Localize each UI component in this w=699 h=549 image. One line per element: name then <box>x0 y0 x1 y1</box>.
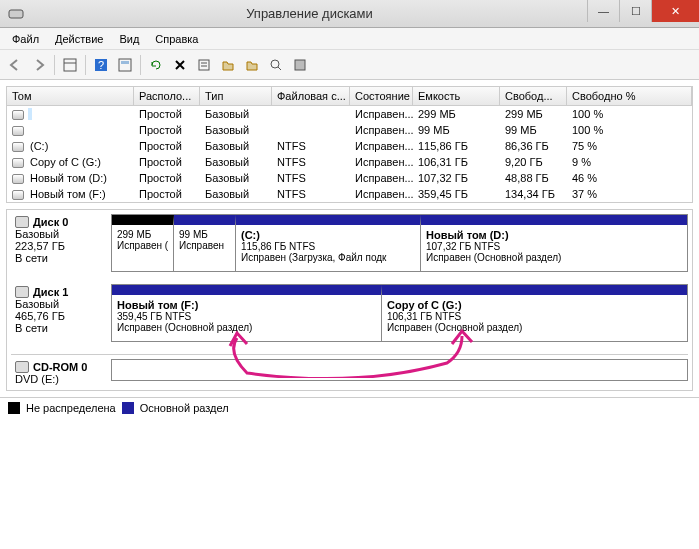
legend-primary-label: Основной раздел <box>140 402 229 414</box>
svg-rect-1 <box>64 59 76 71</box>
menu-view[interactable]: Вид <box>111 31 147 47</box>
svg-line-11 <box>278 67 281 70</box>
hdd-icon <box>15 216 29 228</box>
settings-button[interactable] <box>289 54 311 76</box>
back-button[interactable] <box>4 54 26 76</box>
view-button[interactable] <box>59 54 81 76</box>
help-button[interactable]: ? <box>90 54 112 76</box>
svg-rect-0 <box>9 10 23 18</box>
partition-1b[interactable]: Copy of C (G:) 106,31 ГБ NTFS Исправен (… <box>382 285 687 341</box>
menu-help[interactable]: Справка <box>147 31 206 47</box>
col-free[interactable]: Свобод... <box>500 87 567 105</box>
partition-0c[interactable]: (C:) 115,86 ГБ NTFS Исправен (Загрузка, … <box>236 215 421 271</box>
partition-0a[interactable]: 299 МБ Исправен (Ра <box>112 215 174 271</box>
col-capacity[interactable]: Емкость <box>413 87 500 105</box>
legend-primary-icon <box>122 402 134 414</box>
menu-file[interactable]: Файл <box>4 31 47 47</box>
svg-point-10 <box>271 60 279 68</box>
cdrom-icon <box>15 361 29 373</box>
partition-0d[interactable]: Новый том (D:) 107,32 ГБ NTFS Исправен (… <box>421 215 687 271</box>
properties-button[interactable] <box>193 54 215 76</box>
close-button[interactable]: ✕ <box>651 0 699 22</box>
disk-0-label[interactable]: Диск 0 Базовый 223,57 ГБ В сети <box>11 214 111 272</box>
disk-graphical-view: Диск 0 Базовый 223,57 ГБ В сети 299 МБ И… <box>6 209 693 391</box>
partition-1a[interactable]: Новый том (F:) 359,45 ГБ NTFS Исправен (… <box>112 285 382 341</box>
menu-bar: Файл Действие Вид Справка <box>0 28 699 50</box>
app-icon <box>8 6 24 22</box>
legend: Не распределена Основной раздел <box>0 397 699 418</box>
svg-rect-5 <box>119 59 131 71</box>
svg-rect-12 <box>295 60 305 70</box>
maximize-button[interactable]: ☐ <box>619 0 651 22</box>
disk-1-label[interactable]: Диск 1 Базовый 465,76 ГБ В сети <box>11 284 111 342</box>
table-row[interactable]: Новый том (D:)ПростойБазовыйNTFSИсправен… <box>7 170 692 186</box>
table-row[interactable]: Новый том (F:)ПростойБазовыйNTFSИсправен… <box>7 186 692 202</box>
browse-button[interactable] <box>241 54 263 76</box>
col-volume[interactable]: Том <box>7 87 134 105</box>
col-filesystem[interactable]: Файловая с... <box>272 87 350 105</box>
menu-action[interactable]: Действие <box>47 31 111 47</box>
col-freepct[interactable]: Свободно % <box>567 87 692 105</box>
col-status[interactable]: Состояние <box>350 87 413 105</box>
table-row[interactable]: ПростойБазовыйИсправен...299 МБ299 МБ100… <box>7 106 692 122</box>
cdrom-row: CD-ROM 0 DVD (E:) <box>11 354 688 387</box>
legend-unallocated-icon <box>8 402 20 414</box>
col-type[interactable]: Тип <box>200 87 272 105</box>
volume-list: Том Располо... Тип Файловая с... Состоян… <box>6 86 693 203</box>
forward-button[interactable] <box>28 54 50 76</box>
refresh-button[interactable] <box>145 54 167 76</box>
cdrom-label[interactable]: CD-ROM 0 DVD (E:) <box>11 359 111 387</box>
disk-row-1: Диск 1 Базовый 465,76 ГБ В сети Новый то… <box>11 284 688 342</box>
table-row[interactable]: ПростойБазовыйИсправен...99 МБ99 МБ100 % <box>7 122 692 138</box>
partition-0b[interactable]: 99 МБ Исправен <box>174 215 236 271</box>
title-bar: Управление дисками — ☐ ✕ <box>0 0 699 28</box>
legend-unallocated-label: Не распределена <box>26 402 116 414</box>
search-button[interactable] <box>265 54 287 76</box>
open-button[interactable] <box>217 54 239 76</box>
svg-rect-7 <box>199 60 209 70</box>
window-title: Управление дисками <box>32 6 587 21</box>
col-layout[interactable]: Располо... <box>134 87 200 105</box>
table-row[interactable]: Copy of C (G:)ПростойБазовыйNTFSИсправен… <box>7 154 692 170</box>
delete-button[interactable] <box>169 54 191 76</box>
svg-text:?: ? <box>98 59 104 71</box>
svg-rect-6 <box>121 61 129 64</box>
column-headers: Том Располо... Тип Файловая с... Состоян… <box>7 87 692 106</box>
console-button[interactable] <box>114 54 136 76</box>
table-row[interactable]: (C:)ПростойБазовыйNTFSИсправен...115,86 … <box>7 138 692 154</box>
toolbar: ? <box>0 50 699 80</box>
disk-row-0: Диск 0 Базовый 223,57 ГБ В сети 299 МБ И… <box>11 214 688 272</box>
minimize-button[interactable]: — <box>587 0 619 22</box>
hdd-icon <box>15 286 29 298</box>
